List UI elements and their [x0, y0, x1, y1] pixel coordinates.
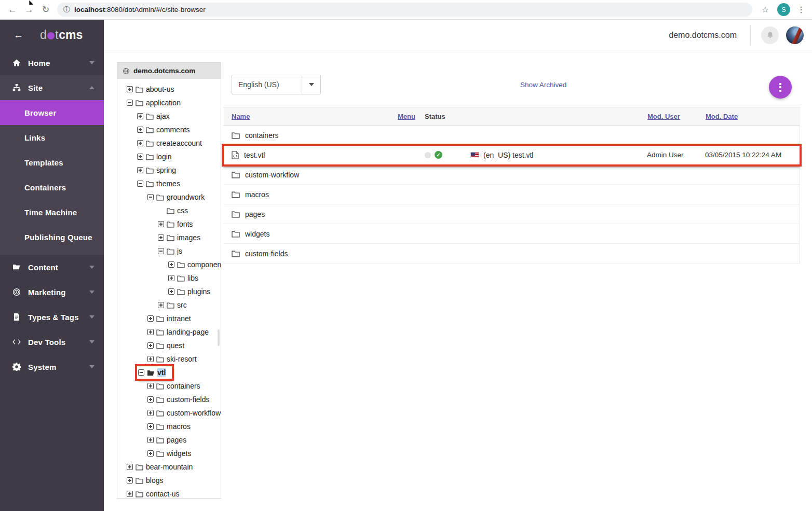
sidebar-item-marketing[interactable]: Marketing — [0, 280, 104, 305]
sidebar-item-system[interactable]: System — [0, 354, 104, 379]
show-archived-link[interactable]: Show Archived — [520, 81, 566, 89]
bookmark-star-icon[interactable]: ☆ — [759, 5, 772, 15]
add-actions-fab[interactable] — [769, 76, 792, 99]
collapse-node-icon[interactable] — [147, 194, 154, 200]
tree-item-vtl[interactable]: vtl — [117, 366, 221, 379]
collapse-node-icon[interactable] — [127, 100, 133, 106]
tree-item-macros[interactable]: macros — [117, 420, 221, 433]
current-site-label[interactable]: demo.dotcms.com — [669, 31, 737, 40]
expand-node-icon[interactable] — [147, 329, 154, 335]
expand-node-icon[interactable] — [147, 383, 154, 389]
tree-item-groundwork[interactable]: groundwork — [117, 190, 221, 204]
expand-node-icon[interactable] — [137, 113, 143, 119]
collapse-menu-arrow-icon[interactable]: ← — [13, 30, 23, 41]
collapse-node-icon[interactable] — [158, 248, 164, 254]
tree-item-intranet[interactable]: intranet — [117, 312, 221, 325]
tree-item-landing-page[interactable]: landing-page — [117, 325, 221, 339]
expand-node-icon[interactable] — [158, 302, 164, 308]
tree-item-custom-workflow[interactable]: custom-workflow — [117, 406, 221, 420]
table-row-macros[interactable]: macros — [223, 185, 800, 204]
expand-node-icon[interactable] — [137, 127, 143, 133]
expand-node-icon[interactable] — [147, 423, 154, 430]
tree-item-css[interactable]: css — [117, 204, 221, 217]
browser-back-icon[interactable]: ← — [5, 3, 20, 17]
user-avatar[interactable] — [786, 26, 804, 44]
expand-node-icon[interactable] — [168, 275, 174, 281]
tree-item-images[interactable]: images — [117, 231, 221, 244]
table-row-custom-workflow[interactable]: custom-workflow — [223, 165, 800, 185]
column-header-mod-user[interactable]: Mod. User — [647, 113, 706, 120]
column-header-mod-date[interactable]: Mod. Date — [706, 113, 800, 120]
tree-item-widgets[interactable]: widgets — [117, 447, 221, 460]
tree-item-libs[interactable]: libs — [117, 271, 221, 285]
tree-item-pages[interactable]: pages — [117, 433, 221, 447]
tree-item-components[interactable]: components — [117, 258, 221, 271]
column-header-name[interactable]: Name — [232, 113, 398, 120]
collapse-node-icon[interactable] — [138, 369, 144, 376]
sidebar-item-types-tags[interactable]: Types & Tags — [0, 305, 104, 329]
tree-item-custom-fields[interactable]: custom-fields — [117, 393, 221, 406]
page-info-icon[interactable]: ⓘ — [63, 5, 70, 15]
tree-item-plugins[interactable]: plugins — [117, 285, 221, 298]
tree-item-themes[interactable]: themes — [117, 177, 221, 190]
language-select[interactable]: English (US) — [232, 75, 321, 94]
tree-scrollbar-thumb[interactable] — [218, 329, 220, 346]
sidebar-item-dev-tools[interactable]: Dev Tools — [0, 329, 104, 354]
tree-item-js[interactable]: js — [117, 244, 221, 258]
tree-item-contact-us[interactable]: contact-us — [117, 487, 221, 499]
expand-node-icon[interactable] — [127, 491, 133, 497]
table-row-containers[interactable]: containers — [223, 126, 800, 145]
sidebar-item-home[interactable]: Home — [0, 50, 104, 75]
expand-node-icon[interactable] — [137, 167, 143, 173]
tree-item-ajax[interactable]: ajax — [117, 109, 221, 123]
sidebar-item-links[interactable]: Links — [0, 125, 104, 150]
sidebar-item-browser[interactable]: Browser — [0, 100, 104, 125]
tree-item-bear-mountain[interactable]: bear-mountain — [117, 460, 221, 474]
expand-node-icon[interactable] — [147, 450, 154, 457]
tree-item-application[interactable]: application — [117, 96, 221, 109]
tree-item-spring[interactable]: spring — [117, 163, 221, 177]
expand-node-icon[interactable] — [158, 234, 164, 241]
language-dropdown-icon[interactable] — [302, 75, 320, 94]
tree-root-site[interactable]: demo.dotcms.com — [117, 63, 221, 79]
tree-item-fonts[interactable]: fonts — [117, 217, 221, 231]
expand-node-icon[interactable] — [127, 477, 133, 484]
annotation-highlight-test.vtl[interactable]: test.vtl ✓ (en_US) test.vtl Admin User 0… — [223, 145, 800, 165]
tree-item-login[interactable]: login — [117, 150, 221, 163]
table-row-custom-fields[interactable]: custom-fields — [223, 244, 800, 264]
expand-node-icon[interactable] — [158, 221, 164, 227]
expand-node-icon[interactable] — [147, 356, 154, 362]
sidebar-item-containers[interactable]: Containers — [0, 175, 104, 200]
sidebar-item-templates[interactable]: Templates — [0, 150, 104, 175]
expand-node-icon[interactable] — [147, 410, 154, 416]
expand-node-icon[interactable] — [137, 140, 143, 146]
table-row-widgets[interactable]: widgets — [223, 224, 800, 244]
expand-node-icon[interactable] — [147, 396, 154, 403]
sidebar-item-content[interactable]: Content — [0, 255, 104, 280]
tree-item-quest[interactable]: quest — [117, 339, 221, 352]
browser-reload-icon[interactable]: ↻ — [38, 3, 53, 17]
expand-node-icon[interactable] — [147, 315, 154, 322]
tree-item-src[interactable]: src — [117, 298, 221, 312]
tree-item-comments[interactable]: comments — [117, 123, 221, 136]
expand-node-icon[interactable] — [147, 342, 154, 349]
sidebar-item-site[interactable]: Site — [0, 75, 104, 100]
tree-item-blogs[interactable]: blogs — [117, 474, 221, 487]
tree-item-about-us[interactable]: about-us — [117, 82, 221, 96]
expand-node-icon[interactable] — [127, 86, 133, 92]
collapse-node-icon[interactable] — [137, 181, 143, 187]
table-row-pages[interactable]: pages — [223, 204, 800, 224]
expand-node-icon[interactable] — [127, 464, 133, 470]
notifications-button[interactable] — [761, 26, 779, 44]
expand-node-icon[interactable] — [168, 261, 174, 268]
expand-node-icon[interactable] — [147, 437, 154, 443]
browser-menu-icon[interactable]: ⋮ — [795, 5, 807, 15]
browser-profile-avatar[interactable]: S — [777, 3, 790, 16]
column-header-menu[interactable]: Menu — [398, 113, 425, 120]
sidebar-item-publishing-queue[interactable]: Publishing Queue — [0, 225, 104, 250]
tree-item-ski-resort[interactable]: ski-resort — [117, 352, 221, 366]
expand-node-icon[interactable] — [137, 154, 143, 160]
address-bar[interactable]: ⓘ localhost:8080/dotAdmin/#/c/site-brows… — [57, 3, 752, 17]
tree-item-containers[interactable]: containers — [117, 379, 221, 393]
expand-node-icon[interactable] — [168, 288, 174, 295]
